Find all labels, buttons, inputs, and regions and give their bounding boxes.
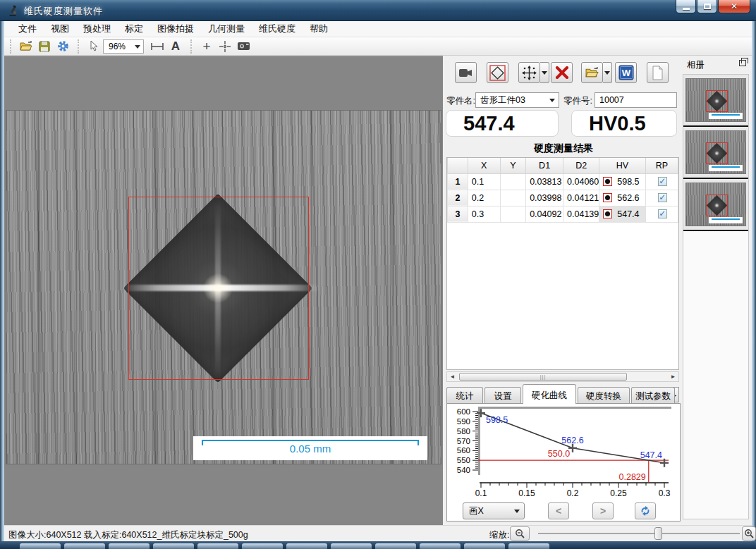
measure-length-button[interactable] [148,39,166,54]
load-results-dropdown[interactable] [603,62,612,83]
measure-move-button[interactable] [518,62,540,83]
zoom-slider-track[interactable] [538,533,740,534]
taskbar-button[interactable] [242,543,283,549]
taskbar-button[interactable] [464,543,505,549]
zoom-level-select[interactable]: 96% [103,39,144,54]
zoom-in-button[interactable] [742,526,756,541]
next-point-button[interactable]: > [592,502,614,519]
capture-image-button[interactable] [234,39,252,54]
results-table[interactable]: XYD1D2HVRP 1 0.1 0.03813 0.04060 598.5 ✓… [447,158,678,223]
menu-item-4[interactable]: 图像拍摄 [150,20,201,37]
cell-rp: ✓ [645,173,678,190]
album-thumbnail-0[interactable] [683,75,748,127]
tab-3[interactable]: 硬度转换 [578,387,630,403]
crosshair-button[interactable]: + [197,39,216,54]
prev-point-button[interactable]: < [548,502,569,519]
taskbar-button[interactable] [20,543,61,549]
cell-rp: ✓ [645,190,678,206]
point-label: 598.5 [486,415,508,425]
taskbar-button[interactable] [508,543,549,549]
menu-item-1[interactable]: 视图 [44,20,76,37]
taskbar-button[interactable] [197,543,238,549]
taskbar-button[interactable] [153,543,194,549]
image-viewport[interactable]: 0.05 mm [4,56,443,525]
taskbar-button[interactable] [286,543,327,549]
taskbar-button[interactable] [109,543,150,549]
part-no-input[interactable]: 10007 [595,92,677,108]
table-horizontal-scrollbar[interactable]: ◄ ||| ► [446,371,679,382]
rp-checkbox[interactable]: ✓ [658,209,667,218]
menu-item-6[interactable]: 维氏硬度 [252,20,303,37]
microscope-image[interactable]: 0.05 mm [6,110,441,464]
col-header-X[interactable]: X [468,158,500,173]
load-results-button[interactable] [581,62,603,83]
close-button[interactable]: ✕ [718,0,750,13]
new-report-button[interactable] [647,62,669,83]
col-header-HV[interactable]: HV [599,158,646,173]
refresh-chart-button[interactable] [635,502,656,519]
delete-result-button[interactable] [551,62,573,83]
results-title: 硬度测量结果 [446,140,681,156]
open-file-button[interactable] [17,39,35,54]
export-word-button[interactable]: W [615,62,637,83]
scrollbar-thumb[interactable]: ||| [459,373,627,381]
converge-arrows-icon [219,40,231,53]
menu-item-5[interactable]: 几何测量 [201,20,252,37]
live-video-button[interactable] [455,62,477,83]
menu-item-3[interactable]: 标定 [118,20,150,37]
col-header-D2[interactable]: D2 [563,158,599,173]
x-tick-label: 0.1 [475,488,487,498]
menu-item-0[interactable]: 文件 [11,20,44,37]
windows-taskbar[interactable] [0,541,756,549]
col-header-Y[interactable]: Y [500,158,526,173]
minimize-button[interactable] [676,0,696,13]
settings-button[interactable] [54,39,72,54]
rp-checkbox[interactable]: ✓ [658,177,667,186]
text-annotation-button[interactable]: A [166,39,185,54]
maximize-button[interactable] [697,0,717,13]
y-tick-label: 570 [457,437,470,445]
float-panel-icon[interactable] [739,60,746,66]
ruler-icon [150,42,164,51]
album-thumbnail-2[interactable] [683,179,748,231]
rp-checkbox[interactable]: ✓ [658,193,667,202]
thumb-scale-bar [709,113,743,119]
scroll-left-icon[interactable]: ◄ [447,372,458,381]
taskbar-button[interactable] [331,543,372,549]
table-row[interactable]: 1 0.1 0.03813 0.04060 598.5 ✓ [448,173,678,190]
taskbar-button[interactable] [64,543,105,549]
col-header-RP[interactable]: RP [645,158,678,173]
taskbar-button[interactable] [420,543,461,549]
table-row[interactable]: 2 0.2 0.03998 0.04121 562.6 ✓ [448,190,678,206]
table-row[interactable]: 3 0.3 0.04092 0.04139 547.4 ✓ [448,206,678,222]
detect-indentation-button[interactable] [487,62,508,83]
title-bar[interactable]: 维氏硬度测量软件 ✕ [0,0,756,21]
part-name-select[interactable]: 齿形工件03 [475,92,559,108]
indent-mark-icon [603,193,612,202]
tab-2[interactable]: 硬化曲线 [523,384,576,404]
measurement-selection-box[interactable] [128,197,309,380]
album-thumbnail-1[interactable] [683,127,748,179]
col-header-D1[interactable]: D1 [526,158,563,173]
menu-item-7[interactable]: 帮助 [303,20,335,37]
taskbar-button[interactable] [375,543,416,549]
delete-x-icon [555,66,569,79]
axis-series-select[interactable]: 画X [463,502,525,519]
part-name-value: 齿形工件03 [480,94,525,106]
zoom-slider-thumb[interactable] [654,527,662,540]
menu-item-2[interactable]: 预处理 [76,20,118,37]
tab-4[interactable]: 测试参数 [631,387,675,403]
tab-1[interactable]: 设置 [484,387,521,403]
y-tick-label: 580 [457,427,470,436]
tab-0[interactable]: 统计 [446,387,483,403]
x-tick-label: 0.25 [610,488,627,498]
center-target-button[interactable] [216,39,234,54]
toolbar-separator [78,39,80,54]
save-button[interactable] [35,39,54,54]
scroll-right-icon[interactable]: ► [668,372,678,381]
zoom-out-button[interactable] [510,526,530,541]
col-header-rownum[interactable] [448,158,468,173]
maximize-icon [704,4,711,9]
measure-move-dropdown[interactable] [540,62,549,83]
select-cursor-button[interactable] [85,39,103,54]
